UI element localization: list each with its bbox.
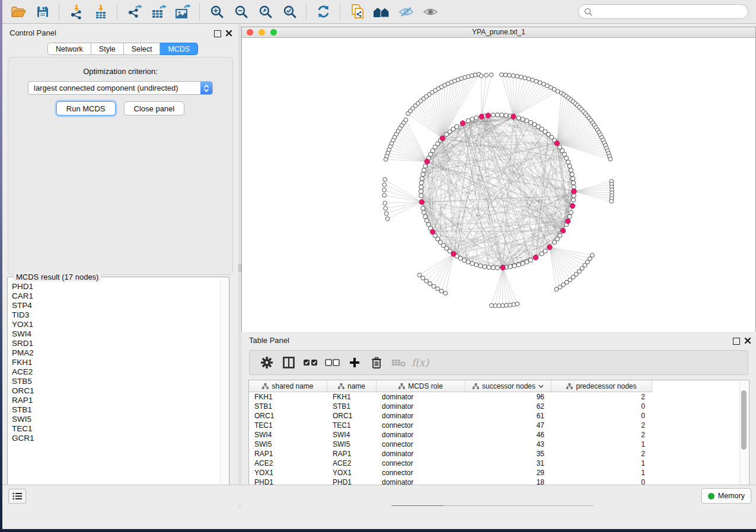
table-cell: ORC1 — [327, 411, 377, 421]
network-window-titlebar[interactable]: YPA_prune.txt_1 — [242, 27, 755, 38]
table-row[interactable]: ACE2ACE2connector311 — [249, 459, 749, 468]
table-cell: dominator — [377, 449, 465, 459]
deselect-all-icon[interactable] — [321, 353, 343, 372]
table-cell: 1 — [551, 468, 652, 477]
run-mcds-button[interactable]: Run MCDS — [56, 101, 116, 116]
table-row[interactable]: YOX1YOX1connector291 — [249, 468, 749, 477]
table-row[interactable]: ORC1ORC1dominator610 — [249, 411, 749, 421]
column-header-name[interactable]: name — [327, 380, 377, 392]
import-table-icon[interactable] — [88, 2, 113, 22]
column-header-shared-name[interactable]: shared name — [249, 380, 327, 392]
mcds-result-item[interactable]: SRD1 — [12, 339, 220, 348]
show-column-icon[interactable] — [277, 353, 299, 372]
add-row-icon[interactable] — [343, 353, 365, 372]
zoom-fit-icon[interactable] — [253, 2, 277, 22]
zoom-out-icon[interactable] — [229, 2, 253, 22]
float-panel-icon[interactable] — [214, 30, 221, 37]
tab-mcds[interactable]: MCDS — [160, 43, 198, 55]
search-field[interactable] — [578, 4, 748, 19]
open-file-icon[interactable] — [6, 2, 30, 22]
table-cell: TEC1 — [249, 421, 327, 430]
tab-select[interactable]: Select — [124, 43, 161, 55]
mcds-result-item[interactable]: SWI5 — [12, 415, 220, 424]
delete-row-icon[interactable] — [365, 353, 387, 372]
copy-current-style-icon[interactable] — [345, 2, 369, 22]
table-cell: FKH1 — [327, 392, 377, 402]
mcds-result-item[interactable]: ACE2 — [12, 367, 220, 377]
table-row[interactable]: TEC1TEC1connector472 — [249, 421, 749, 430]
table-cell: SWI4 — [249, 430, 327, 440]
settings-gear-icon[interactable] — [256, 353, 277, 372]
export-table-icon[interactable] — [146, 2, 171, 22]
table-cell: 2 — [551, 430, 652, 440]
table-cell: 31 — [465, 459, 551, 468]
table-row[interactable]: SWI5SWI5connector431 — [249, 440, 749, 449]
function-builder-icon[interactable]: f(x) — [409, 353, 431, 372]
table-row[interactable]: SWI4SWI4dominator462 — [249, 430, 749, 440]
column-header-predecessor-nodes[interactable]: predecessor nodes — [551, 380, 652, 392]
mcds-result-item[interactable]: TEC1 — [12, 424, 220, 434]
window-close-traffic-icon[interactable] — [247, 29, 253, 36]
memory-status-button[interactable]: Memory — [701, 488, 751, 504]
table-cell: ORC1 — [249, 411, 327, 421]
table-cell: SWI5 — [327, 440, 377, 449]
search-input[interactable] — [596, 7, 741, 17]
first-neighbors-icon[interactable] — [369, 2, 394, 22]
tab-style[interactable]: Style — [91, 43, 124, 55]
float-table-panel-icon[interactable] — [733, 338, 740, 345]
tab-network[interactable]: Network — [47, 43, 91, 55]
mcds-result-item[interactable]: PHD1 — [12, 282, 220, 291]
table-cell: connector — [377, 440, 465, 449]
mcds-result-title: MCDS result (17 nodes) — [14, 273, 101, 281]
control-panel-tabs: NetworkStyleSelectMCDS — [47, 43, 198, 55]
mcds-result-item[interactable]: STB1 — [12, 405, 220, 415]
mcds-result-list[interactable]: PHD1CAR1STP4TID3YOX1SWI4SRD1PMA2FKH1ACE2… — [8, 281, 220, 496]
refresh-icon[interactable] — [311, 2, 336, 22]
column-header-successor-nodes[interactable]: successor nodes — [465, 380, 551, 392]
table-row[interactable]: STB1STB1dominator620 — [249, 402, 749, 411]
table-cell: 96 — [465, 392, 551, 402]
export-network-icon[interactable] — [122, 2, 146, 22]
desktop-wallpaper: Control Panel NetworkStyleSelectMCDS Opt… — [0, 0, 756, 532]
table-cell: 43 — [465, 440, 551, 449]
mcds-result-item[interactable]: CAR1 — [12, 291, 220, 301]
mcds-result-item[interactable]: STB5 — [12, 377, 220, 386]
toolbar-separator — [340, 4, 341, 20]
close-panel-button[interactable]: Close panel — [124, 101, 185, 116]
mcds-result-item[interactable]: YOX1 — [12, 320, 220, 329]
mcds-result-item[interactable]: RAP1 — [12, 396, 220, 405]
dropdown-selected-value: largest connected component (undirected) — [28, 84, 200, 92]
window-minimize-traffic-icon[interactable] — [259, 29, 265, 36]
network-canvas-svg — [242, 38, 755, 332]
column-header-MCDS-role[interactable]: MCDS role — [377, 380, 465, 392]
task-history-button[interactable] — [8, 489, 26, 504]
table-row[interactable]: RAP1RAP1dominator352 — [249, 449, 749, 459]
window-maximize-traffic-icon[interactable] — [270, 29, 277, 36]
hide-selected-icon[interactable] — [394, 2, 418, 22]
mcds-result-item[interactable]: GCR1 — [12, 434, 220, 443]
mcds-result-scrollbar[interactable] — [220, 281, 228, 496]
mcds-result-item[interactable]: SWI4 — [12, 329, 220, 339]
zoom-in-icon[interactable] — [205, 2, 229, 22]
network-canvas[interactable] — [242, 38, 755, 332]
mcds-result-item[interactable]: PMA2 — [12, 348, 220, 358]
show-all-icon[interactable] — [418, 2, 442, 22]
table-scrollbar-thumb[interactable] — [741, 390, 747, 450]
delete-table-icon[interactable] — [387, 353, 409, 372]
select-all-icon[interactable] — [299, 353, 321, 372]
optimization-criterion-dropdown[interactable]: largest connected component (undirected) — [28, 81, 213, 95]
export-image-icon[interactable] — [171, 2, 195, 22]
mcds-result-item[interactable]: TID3 — [12, 310, 220, 320]
zoom-selected-icon[interactable] — [277, 2, 302, 22]
import-network-icon[interactable] — [64, 2, 88, 22]
close-table-panel-icon[interactable] — [744, 337, 751, 344]
mcds-result-item[interactable]: STP4 — [12, 301, 220, 310]
close-panel-icon[interactable] — [225, 30, 232, 37]
save-session-icon[interactable] — [30, 2, 55, 22]
mcds-result-item[interactable]: FKH1 — [12, 358, 220, 367]
control-panel: Control Panel NetworkStyleSelectMCDS Opt… — [3, 24, 238, 508]
table-row[interactable]: FKH1FKH1dominator962 — [249, 392, 749, 402]
mcds-result-item[interactable]: ORC1 — [12, 386, 220, 396]
table-cell: YOX1 — [327, 468, 377, 477]
table-scrollbar[interactable] — [739, 381, 748, 491]
